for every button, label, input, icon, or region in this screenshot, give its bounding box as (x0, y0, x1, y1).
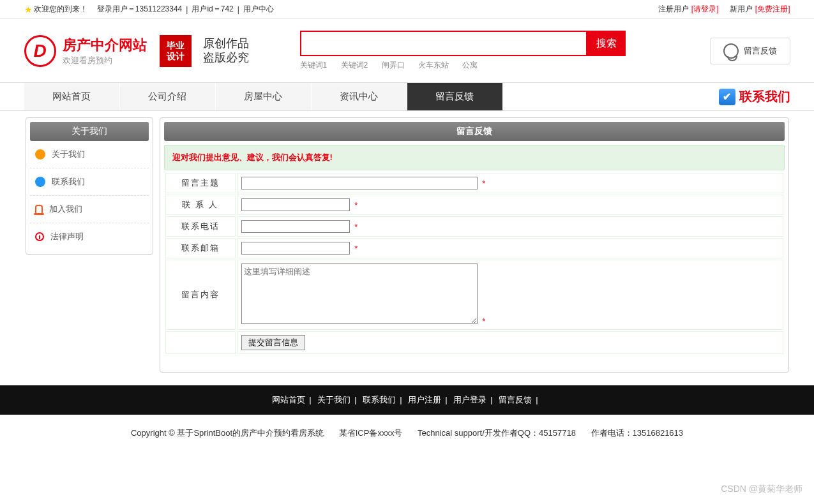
footer-link[interactable]: 留言反馈 (499, 395, 532, 404)
power-icon (35, 232, 44, 241)
main-nav: 网站首页 公司介绍 房屋中心 资讯中心 留言反馈 ✔ 联系我们 (0, 82, 814, 111)
nav-houses[interactable]: 房屋中心 (216, 83, 312, 110)
slogan: 原创作品 盗版必究 (203, 37, 249, 64)
nav-feedback[interactable]: 留言反馈 (407, 83, 503, 110)
login-link[interactable]: [请登录] (691, 4, 719, 13)
headset-icon (723, 43, 739, 59)
contact-input[interactable] (241, 198, 350, 211)
feedback-button[interactable]: 留言反馈 (710, 38, 790, 64)
topbar-left: ★ 欢迎您的到来！ 登录用户＝13511223344 | 用户id＝742 | … (24, 4, 274, 15)
registered-user-label: 注册用户 (658, 4, 689, 13)
star-icon: ★ (24, 4, 33, 15)
required-mark: * (354, 222, 358, 232)
label-contact: 联 系 人 (165, 195, 236, 215)
label-email: 联系邮箱 (165, 238, 236, 258)
user-id: 用户id＝742 (192, 4, 233, 15)
footer-link[interactable]: 关于我们 (317, 395, 350, 404)
check-icon: ✔ (719, 89, 735, 105)
search-area: 搜索 关键词1 关键词2 闸弄口 火车东站 公寓 (300, 31, 626, 71)
keyword-link[interactable]: 闸弄口 (382, 61, 405, 70)
required-mark: * (354, 200, 358, 210)
keyword-link[interactable]: 公寓 (462, 61, 478, 70)
sidebar: 关于我们 关于我们 联系我们 加入我们 法律声明 (26, 117, 153, 255)
user-center-link[interactable]: 用户中心 (243, 4, 274, 15)
sidebar-item-label: 加入我们 (49, 204, 82, 215)
footer-nav: 网站首页| 关于我们| 联系我们| 用户注册| 用户登录| 留言反馈| (0, 385, 814, 415)
site-title: 房产中介网站 (63, 36, 147, 55)
contact-us-link[interactable]: ✔ 联系我们 (719, 88, 790, 105)
feedback-form: 留言主题 * 联 系 人 * 联系电话 * 联系邮箱 * 留言内容 * (164, 172, 785, 355)
sidebar-item-contact[interactable]: 联系我们 (30, 168, 149, 196)
sidebar-item-about[interactable]: 关于我们 (30, 141, 149, 168)
required-mark: * (482, 179, 485, 188)
author-phone: 作者电话：13516821613 (591, 428, 684, 438)
site-subtitle: 欢迎看房预约 (63, 55, 147, 66)
phone-input[interactable] (241, 220, 350, 233)
label-body: 留言内容 (165, 260, 236, 330)
sidebar-item-label: 关于我们 (52, 149, 85, 160)
nav-company[interactable]: 公司介绍 (120, 83, 216, 110)
icp: 某省ICP备xxxx号 (339, 428, 403, 438)
label-subject: 留言主题 (165, 173, 236, 193)
new-user-label: 新用户 (730, 4, 753, 13)
label-phone: 联系电话 (165, 216, 236, 237)
required-mark: * (482, 316, 485, 326)
notice-banner: 迎对我们提出意见、建议，我们会认真答复! (164, 145, 785, 170)
footer-link[interactable]: 网站首页 (272, 395, 305, 404)
sidebar-item-join[interactable]: 加入我们 (30, 196, 149, 223)
logo[interactable]: D 房产中介网站 欢迎看房预约 毕业 设计 原创作品 盗版必究 (24, 35, 249, 67)
required-mark: * (354, 244, 358, 253)
topbar-right: 注册用户 [请登录] 新用户 [免费注册] (658, 4, 790, 15)
sidebar-header: 关于我们 (30, 122, 149, 141)
keyword-list: 关键词1 关键词2 闸弄口 火车东站 公寓 (300, 60, 626, 71)
contact-us-label: 联系我们 (739, 88, 790, 105)
search-input[interactable] (300, 31, 587, 56)
sidebar-item-legal[interactable]: 法律声明 (30, 223, 149, 250)
footer-link[interactable]: 联系我们 (363, 395, 396, 404)
top-bar: ★ 欢迎您的到来！ 登录用户＝13511223344 | 用户id＝742 | … (0, 0, 814, 19)
graduation-badge: 毕业 设计 (160, 35, 192, 67)
subject-input[interactable] (241, 177, 478, 189)
info-icon (35, 149, 45, 159)
tech-support: Technical support/开发作者QQ：45157718 (418, 428, 576, 438)
sidebar-item-label: 法律声明 (50, 231, 84, 242)
nav-news[interactable]: 资讯中心 (312, 83, 407, 110)
keyword-link[interactable]: 关键词1 (300, 61, 328, 70)
search-button[interactable]: 搜索 (587, 31, 626, 56)
login-user: 登录用户＝13511223344 (97, 4, 182, 15)
footer-link[interactable]: 用户登录 (453, 395, 486, 404)
body-textarea[interactable] (241, 263, 478, 324)
welcome-text: 欢迎您的到来！ (34, 4, 87, 15)
keyword-link[interactable]: 关键词2 (341, 61, 368, 70)
content-panel: 留言反馈 迎对我们提出意见、建议，我们会认真答复! 留言主题 * 联 系 人 *… (160, 117, 789, 373)
clipboard-icon (35, 177, 45, 187)
footer-link[interactable]: 用户注册 (408, 395, 441, 404)
submit-button[interactable]: 提交留言信息 (241, 335, 305, 350)
register-link[interactable]: [免费注册] (755, 4, 790, 13)
copyright: Copyright © 基于SprintBoot的房产中介预约看房系统 (131, 428, 324, 438)
keyword-link[interactable]: 火车东站 (418, 61, 449, 70)
email-input[interactable] (241, 242, 350, 255)
main-content: 关于我们 关于我们 联系我们 加入我们 法律声明 留言反馈 迎对我们提出意见、建… (24, 117, 790, 373)
sidebar-item-label: 联系我们 (52, 176, 85, 188)
logo-icon: D (24, 35, 56, 67)
footer-info: Copyright © 基于SprintBoot的房产中介预约看房系统 某省IC… (0, 415, 814, 464)
nav-home[interactable]: 网站首页 (24, 83, 120, 110)
feedback-label: 留言反馈 (744, 45, 777, 57)
content-header: 留言反馈 (164, 122, 785, 141)
header: D 房产中介网站 欢迎看房预约 毕业 设计 原创作品 盗版必究 搜索 关键词1 … (24, 19, 790, 82)
lock-icon (35, 205, 43, 214)
